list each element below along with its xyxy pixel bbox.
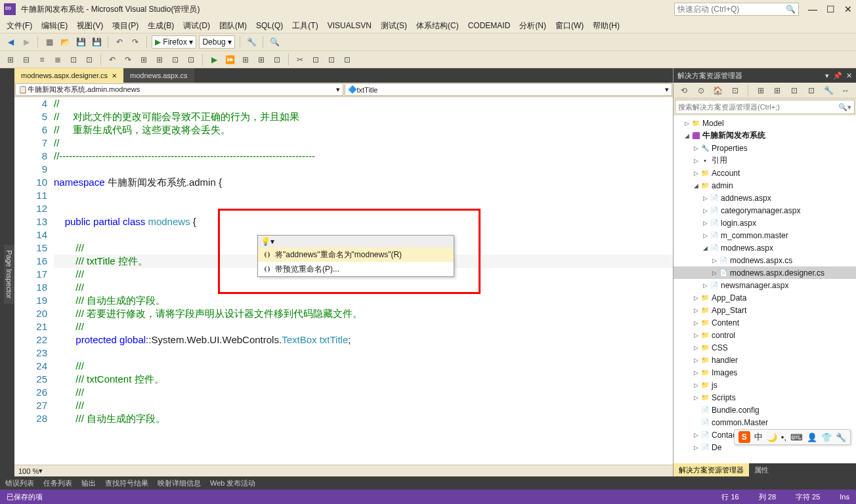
tree-node[interactable]: ▷📁App_Start [674, 304, 856, 316]
tree-node[interactable]: ◢📁admin [674, 179, 856, 192]
ime-toolbar[interactable]: S 中 🌙 •, ⌨ 👤 👕 🔧 [734, 429, 851, 445]
status-line: 行 16 [721, 492, 738, 502]
keyboard-icon[interactable]: ⌨ [790, 432, 803, 442]
redo-icon[interactable]: ↷ [129, 35, 142, 49]
bottom-tab[interactable]: 错误列表 [5, 478, 34, 488]
right-panel-tabs: 解决方案资源管理器 属性 [674, 463, 856, 476]
bottom-tab[interactable]: 映射详细信息 [158, 478, 201, 488]
tree-node[interactable]: ▷📄modnews.aspx.cs [674, 254, 856, 266]
tree-node[interactable]: 📄common.Master [674, 416, 856, 429]
tab-solution-explorer[interactable]: 解决方案资源管理器 [674, 463, 749, 476]
menu-item[interactable]: 项目(P) [112, 20, 139, 32]
minimize-button[interactable]: — [808, 4, 817, 14]
menu-item[interactable]: 窗口(W) [555, 20, 584, 32]
menu-item[interactable]: 工具(T) [292, 20, 318, 32]
menu-item[interactable]: 调试(D) [183, 20, 210, 32]
tree-node[interactable]: ▷📁App_Data [674, 291, 856, 304]
menu-item[interactable]: 体系结构(C) [416, 20, 459, 32]
menu-item[interactable]: 帮助(H) [593, 20, 620, 32]
menu-item[interactable]: 文件(F) [7, 20, 32, 32]
tree-node[interactable]: ▷📄login.aspx [674, 217, 856, 229]
tree-node[interactable]: ▷📁handler [674, 354, 856, 366]
rename-option-1[interactable]: ⟬⟭将"addnews"重命名为"modnews"(R) [258, 247, 454, 262]
menu-bar: 文件(F)编辑(E)视图(V)项目(P)生成(B)调试(D)团队(M)SQL(Q… [0, 18, 856, 33]
nav-scope[interactable]: 📋 牛腩新闻发布系统.admin.modnews▾ [15, 83, 343, 96]
tree-node[interactable]: ▷📄m_common.master [674, 229, 856, 242]
tree-node[interactable]: ▷📁CSS [674, 341, 856, 354]
tree-node[interactable]: ◢📄modnews.aspx [674, 242, 856, 254]
bottom-tab[interactable]: 输出 [81, 478, 96, 488]
bottom-tab[interactable]: 任务列表 [43, 478, 72, 488]
tree-node[interactable]: ▷▪引用 [674, 154, 856, 167]
undo-icon[interactable]: ↶ [113, 35, 126, 49]
new-project-icon[interactable]: ▦ [43, 35, 56, 49]
status-ins: Ins [840, 493, 849, 501]
tree-node[interactable]: ▷📁Content [674, 316, 856, 329]
solution-toolbar: ⟲⊙ 🏠⊡ ⊞⊞ ⊡⊡ 🔧↔ [674, 83, 856, 98]
quick-launch-input[interactable]: 快速启动 (Ctrl+Q) 🔍 [674, 3, 799, 16]
tree-node[interactable]: ▷📁Model [674, 117, 856, 129]
tree-node[interactable]: ▷📁js [674, 379, 856, 391]
moon-icon[interactable]: 🌙 [767, 432, 777, 442]
code-nav-bar: 📋 牛腩新闻发布系统.admin.modnews▾ 🔷 txtTitle▾ [14, 83, 673, 97]
lightbulb-icon[interactable]: 💡▾ [261, 237, 274, 246]
tree-node[interactable]: ▷📁Account [674, 167, 856, 179]
nav-back-icon[interactable]: ◀ [4, 35, 17, 49]
menu-item[interactable]: VISUALSVN [328, 21, 372, 30]
vs-logo-icon [4, 3, 16, 15]
maximize-button[interactable]: ☐ [826, 4, 835, 14]
status-col: 列 28 [759, 492, 776, 502]
save-all-icon[interactable]: 💾 [90, 35, 103, 49]
tree-node[interactable]: ▷📄addnews.aspx [674, 192, 856, 204]
window-title: 牛腩新闻发布系统 - Microsoft Visual Studio(管理员) [21, 4, 674, 15]
tool-icon[interactable]: 🔧 [245, 35, 258, 49]
tree-node[interactable]: ▷📄newsmanager.aspx [674, 279, 856, 291]
tree-node[interactable]: 📄Bundle.config [674, 404, 856, 416]
save-icon[interactable]: 💾 [74, 35, 87, 49]
rename-option-2[interactable]: ⟬⟭带预览重命名(P)... [258, 262, 454, 276]
menu-item[interactable]: CODEMAID [468, 21, 511, 30]
close-button[interactable]: ✕ [844, 4, 852, 14]
menu-item[interactable]: 视图(V) [77, 20, 103, 32]
menu-item[interactable]: 团队(M) [219, 20, 247, 32]
menu-item[interactable]: 编辑(E) [41, 20, 68, 32]
tree-node[interactable]: ▷📁Scripts [674, 391, 856, 404]
tab-properties[interactable]: 属性 [749, 463, 774, 476]
close-icon[interactable]: ✕ [846, 72, 852, 80]
bottom-tab[interactable]: 查找符号结果 [105, 478, 148, 488]
nav-fwd-icon[interactable]: ▶ [20, 35, 33, 49]
dropdown-icon[interactable]: ▾ [825, 72, 829, 80]
solution-search-input[interactable]: 搜索解决方案资源管理器(Ctrl+;)🔍▾ [675, 100, 855, 114]
solution-explorer-title: 解决方案资源管理器 ▾📌✕ [674, 68, 856, 83]
document-tab[interactable]: modnews.aspx.cs [123, 68, 194, 83]
document-tab[interactable]: modnews.aspx.designer.cs✕ [14, 68, 123, 83]
open-icon[interactable]: 📂 [58, 35, 72, 49]
user-icon[interactable]: 👤 [807, 432, 817, 442]
bottom-tab[interactable]: Web 发布活动 [210, 478, 255, 488]
tree-node[interactable]: ▷📁control [674, 329, 856, 341]
menu-item[interactable]: SQL(Q) [256, 21, 283, 30]
menu-item[interactable]: 生成(B) [148, 20, 174, 32]
tree-node[interactable]: ▷🔧Properties [674, 142, 856, 154]
tree-node[interactable]: ▷📄categorymanager.aspx [674, 204, 856, 217]
pin-icon[interactable]: 📌 [833, 72, 842, 80]
browser-combo[interactable]: ▶ Firefox ▾ [152, 35, 196, 49]
menu-item[interactable]: 分析(N) [519, 20, 546, 32]
tree-node[interactable]: ▷📁Images [674, 366, 856, 379]
status-char: 字符 25 [796, 492, 820, 502]
tree-node[interactable]: ◢🟪牛腩新闻发布系统 [674, 129, 856, 142]
config-combo[interactable]: Debug ▾ [199, 35, 235, 49]
run-icon[interactable]: ▶ [207, 53, 221, 66]
nav-member[interactable]: 🔷 txtTitle▾ [345, 83, 673, 96]
tree-node[interactable]: ▷📄modnews.aspx.designer.cs [674, 266, 856, 279]
menu-item[interactable]: 测试(S) [381, 20, 407, 32]
wrench-icon[interactable]: 🔧 [836, 432, 846, 442]
shirt-icon[interactable]: 👕 [821, 432, 832, 442]
code-editor[interactable]: 4567891011121314151617181920212223242526… [14, 97, 673, 465]
find-icon[interactable]: 🔍 [268, 35, 281, 49]
run-fast-icon[interactable]: ⏩ [223, 53, 236, 66]
search-icon: 🔍▾ [838, 103, 851, 112]
page-inspector-tab[interactable]: Page Inspector [4, 245, 14, 304]
solution-tree[interactable]: ▷📁Model◢🟪牛腩新闻发布系统▷🔧Properties▷▪引用▷📁Accou… [674, 116, 856, 463]
zoom-combo[interactable]: 100 % ▾ [14, 465, 673, 476]
